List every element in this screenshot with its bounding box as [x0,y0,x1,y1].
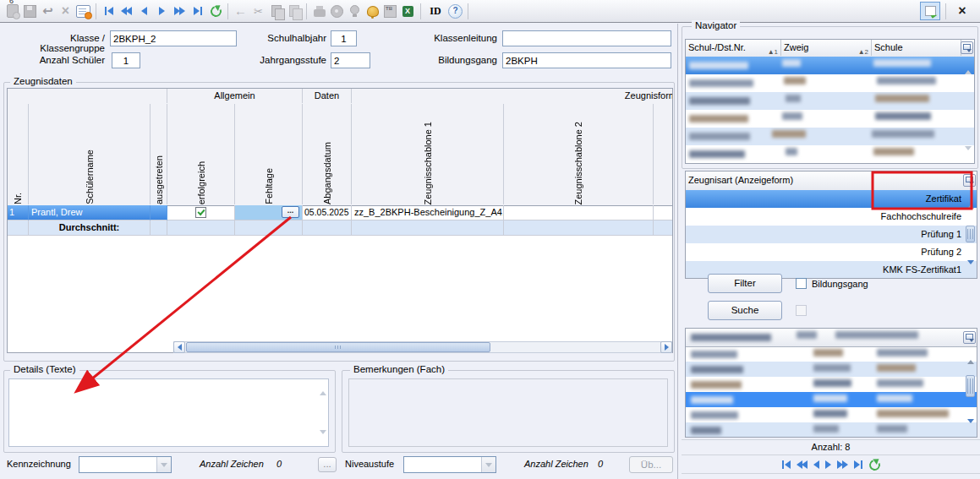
result-row[interactable] [686,346,977,362]
jahrgangsstufe-input[interactable] [331,52,370,68]
zeugnisart-item-fachhochschulreife[interactable]: Fachhochschulreife [686,208,977,226]
col-header-erfolgreich[interactable]: erfolgreich [167,104,235,204]
refresh-icon[interactable] [868,459,880,471]
nav-first-icon[interactable] [100,3,118,20]
result-scroll-thumb[interactable] [966,375,975,397]
filter-button[interactable]: Filter [708,274,782,293]
col-header-ausgetreten[interactable]: ausgetreten [151,104,167,204]
col-header-schuelername[interactable]: Schülername [29,104,151,204]
navigator-row[interactable] [686,110,975,128]
help-icon[interactable] [446,3,464,20]
result-row-selected[interactable] [686,392,977,407]
details-textarea[interactable] [8,378,329,447]
cell-ausgetreten[interactable] [151,205,167,220]
col-header-nr[interactable]: Nr. [8,104,29,204]
result-row[interactable] [686,377,977,392]
nav-last-icon[interactable] [854,460,862,469]
zeugnisart-item-pruefung2[interactable]: Prüfung 2 [686,243,977,261]
nav-last-icon[interactable] [189,3,206,20]
back-arrow-icon[interactable]: ← [232,3,249,20]
col-header-fehltage[interactable]: Fehltage [235,104,303,204]
cell-zeugnisschablone2[interactable] [504,205,654,220]
navigator-row[interactable] [686,92,975,110]
panel-splitter[interactable] [677,24,678,479]
schulhalbjahr-input[interactable] [331,30,357,46]
zeugnisart-scroll-thumb[interactable] [966,226,975,242]
niveaustufe-combo[interactable] [403,456,496,473]
cell-erfolgreich[interactable] [167,205,235,220]
delete-icon[interactable]: × [57,3,74,20]
result-row[interactable] [686,362,977,377]
table-row[interactable]: 1 Prantl, Drew ... 05.05.2025 zz_B_2BKPH… [8,205,672,220]
close-icon[interactable]: × [950,3,975,20]
details-scroll-up-icon[interactable] [320,381,326,391]
undo-icon[interactable]: ↩ [39,3,57,20]
navigator-scroll-up-icon[interactable] [965,60,972,70]
print-icon[interactable] [310,3,328,20]
details-scroll-down-icon[interactable] [320,434,326,444]
nav-prev-page-icon[interactable] [118,3,135,20]
notification-bell-icon[interactable] [364,3,381,20]
result-scroll-down-icon[interactable] [967,423,974,433]
burn-disc-icon[interactable] [328,3,346,20]
copy-icon[interactable] [267,3,285,20]
column-chooser-icon[interactable] [963,331,976,344]
hscroll-left-arrow[interactable] [173,341,185,353]
nav-prev-page-icon[interactable] [797,460,808,469]
navigator-col-schulnr[interactable]: Schul-/Dst.Nr.▲1 [686,40,781,56]
details-ellipsis-button[interactable]: ... [318,457,337,472]
result-row[interactable] [686,422,977,438]
column-chooser-icon[interactable] [963,174,976,187]
chevron-down-icon[interactable] [481,457,495,472]
nav-next-page-icon[interactable] [837,460,848,469]
hscroll-thumb[interactable] [186,342,490,352]
refresh-icon[interactable] [206,3,224,20]
tb-export-icon[interactable] [381,3,399,20]
edit-form-icon[interactable] [74,3,92,20]
bildungsgang-checkbox[interactable] [796,278,807,289]
zeugnisart-scroll-up-icon[interactable] [967,194,974,204]
bildungsgang-input[interactable] [502,52,671,68]
cell-fehltage[interactable]: ... [235,205,303,220]
id-toggle-button[interactable]: ID [424,3,446,20]
hscroll-right-arrow[interactable] [660,341,672,353]
col-header-abgangsdatum[interactable]: Abgangsdatum [303,104,352,204]
kennzeichnung-combo[interactable] [79,456,172,473]
nav-next-page-icon[interactable] [171,3,189,20]
klasse-input[interactable] [110,30,237,46]
fehltage-ellipsis-button[interactable]: ... [282,206,299,218]
zeugnisart-item-pruefung1[interactable]: Prüfung 1 [686,226,977,243]
navigator-row[interactable] [686,128,975,145]
nav-next-icon[interactable] [153,3,171,20]
zeugnisart-item-zertifikat[interactable]: Zertifikat [686,190,977,208]
uebernehmen-button[interactable]: Üb... [629,456,673,473]
zeugnisart-scroll-down-icon[interactable] [967,264,974,275]
hint-bulb-icon[interactable] [346,3,364,20]
erfolgreich-checkbox[interactable] [195,207,206,218]
result-row[interactable] [686,407,977,422]
cell-abgangsdatum[interactable]: 05.05.2025 [303,205,352,220]
nav-prev-icon[interactable] [135,3,153,20]
navigator-row[interactable] [686,57,975,74]
navigator-row[interactable] [686,74,975,92]
chevron-down-icon[interactable] [156,457,171,472]
suche-button[interactable]: Suche [708,301,782,320]
col-header-zeugnisschablone1[interactable]: Zeugnisschablone 1 [352,104,504,204]
cut-icon[interactable]: ✂ [249,3,267,20]
navigator-col-zweig[interactable]: Zweig▲2 [781,40,872,56]
nav-next-icon[interactable] [825,460,831,469]
result-scroll-up-icon[interactable] [967,350,974,360]
zeugnisart-header-label[interactable]: Zeugnisart (Anzeigeform) [686,171,963,189]
navigator-row[interactable] [686,145,975,163]
switch-window-icon[interactable] [918,3,942,20]
save-icon[interactable] [21,3,39,20]
nav-prev-icon[interactable] [813,460,819,469]
nav-first-icon[interactable] [782,460,791,469]
cell-zeugnisschablone1[interactable]: zz_B_2BKPH-Bescheinigung_Z_A4... [352,205,504,220]
column-chooser-icon[interactable] [961,41,973,54]
col-header-zeugnisschablone2[interactable]: Zeugnisschablone 2 [504,104,654,204]
navigator-scroll-down-icon[interactable] [965,150,972,161]
bemerkungen-textarea[interactable] [348,378,668,447]
klassenleitung-input[interactable] [502,30,671,46]
paste-icon[interactable] [285,3,303,20]
